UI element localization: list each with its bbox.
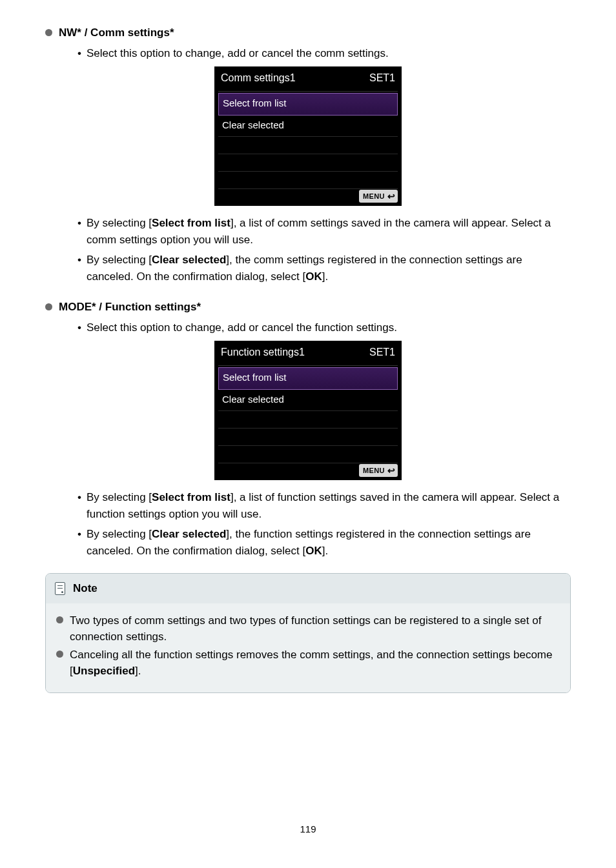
screenshot-header: Comm settings1 SET1 — [214, 66, 402, 91]
bullet-icon — [45, 303, 52, 310]
screenshot-container: Comm settings1 SET1 Select from list Cle… — [45, 66, 571, 206]
screenshot-set-label: SET1 — [369, 345, 395, 360]
intro-text: Select this option to change, add or can… — [87, 319, 571, 336]
intro-text: Select this option to change, add or can… — [87, 45, 571, 62]
empty-row — [218, 446, 398, 463]
small-bullet-icon: • — [77, 319, 81, 336]
select-from-list-note: • By selecting [Select from list], a lis… — [77, 489, 571, 522]
sub-list: • By selecting [Select from list], a lis… — [77, 489, 571, 559]
menu-label: MENU — [363, 465, 385, 476]
menu-back-badge: MENU ↩ — [359, 464, 398, 478]
bullet-icon — [45, 29, 52, 36]
sub-list: • Select this option to change, add or c… — [77, 45, 571, 62]
return-icon: ↩ — [387, 193, 395, 199]
screenshot-header: Function settings1 SET1 — [214, 341, 402, 365]
clear-selected-row: Clear selected — [218, 116, 398, 137]
screenshot-container: Function settings1 SET1 Select from list… — [45, 341, 571, 480]
section-heading: NW* / Comm settings* — [59, 25, 174, 41]
note-text: Two types of comm settings and two types… — [70, 612, 560, 645]
note-item: Canceling all the function settings remo… — [56, 647, 560, 680]
intro-item: • Select this option to change, add or c… — [77, 319, 571, 336]
note-text: By selecting [Select from list], a list … — [87, 489, 571, 522]
small-bullet-icon: • — [77, 45, 81, 62]
sub-list: • By selecting [Select from list], a lis… — [77, 215, 571, 285]
section-heading: MODE* / Function settings* — [59, 299, 201, 316]
screenshot-footer: MENU ↩ — [359, 464, 398, 478]
note-item: Two types of comm settings and two types… — [56, 612, 560, 645]
note-text: By selecting [Clear selected], the funct… — [87, 526, 571, 559]
mode-function-settings-section: MODE* / Function settings* • Select this… — [45, 299, 571, 559]
divider — [218, 91, 398, 92]
menu-label: MENU — [363, 191, 385, 202]
screenshot-title: Function settings1 — [221, 345, 305, 360]
clear-selected-row: Clear selected — [218, 390, 398, 412]
select-from-list-row: Select from list — [218, 367, 398, 390]
nw-comm-settings-section: NW* / Comm settings* • Select this optio… — [45, 25, 571, 285]
comm-settings-screenshot: Comm settings1 SET1 Select from list Cle… — [214, 66, 402, 206]
empty-row — [218, 411, 398, 429]
empty-row — [218, 172, 398, 189]
small-bullet-icon: • — [77, 252, 81, 285]
note-body: Two types of comm settings and two types… — [46, 603, 570, 692]
divider — [218, 365, 398, 366]
screenshot-title: Comm settings1 — [221, 70, 296, 86]
section-title: NW* / Comm settings* — [45, 25, 571, 41]
small-bullet-icon: • — [77, 489, 81, 522]
empty-row — [218, 429, 398, 446]
small-bullet-icon: • — [77, 215, 81, 248]
small-bullet-icon: • — [77, 526, 81, 559]
screenshot-footer: MENU ↩ — [359, 190, 398, 203]
note-header: Note — [46, 574, 570, 603]
select-from-list-row: Select from list — [218, 93, 398, 116]
page-number: 119 — [45, 822, 571, 837]
sub-list: • Select this option to change, add or c… — [77, 319, 571, 336]
note-text: Canceling all the function settings remo… — [70, 647, 560, 680]
note-text: By selecting [Clear selected], the comm … — [87, 252, 571, 285]
section-title: MODE* / Function settings* — [45, 299, 571, 316]
empty-row — [218, 154, 398, 172]
note-icon — [55, 582, 65, 595]
note-label: Note — [73, 580, 98, 597]
clear-selected-note: • By selecting [Clear selected], the fun… — [77, 526, 571, 559]
menu-back-badge: MENU ↩ — [359, 190, 398, 203]
bullet-icon — [56, 651, 63, 658]
empty-row — [218, 137, 398, 154]
note-box: Note Two types of comm settings and two … — [45, 573, 571, 693]
select-from-list-note: • By selecting [Select from list], a lis… — [77, 215, 571, 248]
intro-item: • Select this option to change, add or c… — [77, 45, 571, 62]
return-icon: ↩ — [387, 467, 395, 474]
screenshot-set-label: SET1 — [369, 70, 395, 86]
function-settings-screenshot: Function settings1 SET1 Select from list… — [214, 341, 402, 480]
bullet-icon — [56, 616, 63, 623]
clear-selected-note: • By selecting [Clear selected], the com… — [77, 252, 571, 285]
note-text: By selecting [Select from list], a list … — [87, 215, 571, 248]
